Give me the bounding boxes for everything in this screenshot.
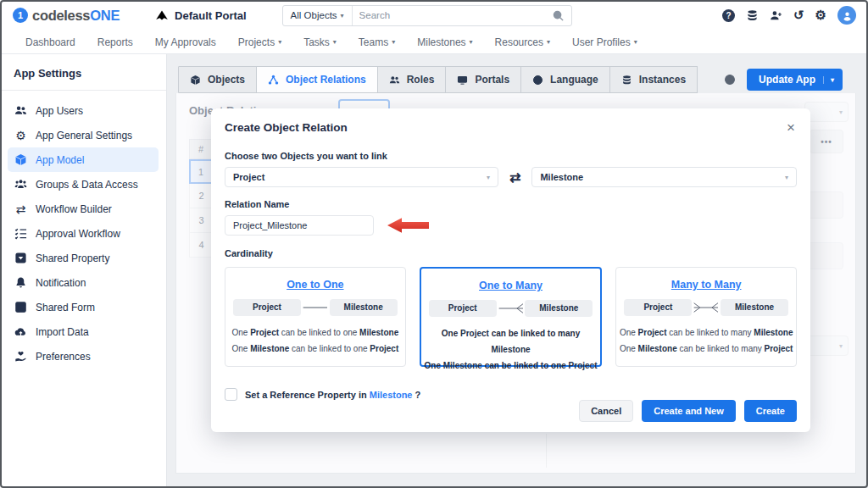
sidebar-item-import-data[interactable]: Import Data	[8, 319, 159, 344]
nav-item-milestones[interactable]: Milestones▾	[417, 36, 472, 48]
cardinality-card-one-to-many[interactable]: One to ManyProjectMilestoneOne Project c…	[420, 267, 603, 367]
chevron-down-icon: ▾	[392, 38, 395, 46]
object-pill: Project	[624, 299, 692, 316]
sidebar-item-label: Groups & Data Access	[36, 179, 138, 191]
tab-language[interactable]: Language	[520, 66, 610, 93]
chevron-down-icon: ▾	[634, 38, 637, 46]
create-and-new-button[interactable]: Create and New	[642, 400, 736, 422]
sidebar: App Settings App Users⚙App General Setti…	[0, 54, 167, 488]
sidebar-item-groups-data-access[interactable]: Groups & Data Access	[8, 172, 159, 197]
chevron-down-icon: ▾	[547, 38, 550, 46]
cardinality-label: Cardinality	[225, 248, 797, 258]
sidebar-item-shared-form[interactable]: Shared Form	[8, 295, 159, 319]
chevron-down-icon: ▾	[470, 38, 473, 46]
chevron-down-icon: ▾	[487, 174, 490, 181]
left-object-select[interactable]: Project▾	[225, 167, 498, 187]
gear-icon: ⚙	[14, 129, 27, 141]
modal-title: Create Object Relation	[225, 121, 348, 134]
nav-item-dashboard[interactable]: Dashboard	[25, 36, 75, 48]
info-icon[interactable]	[724, 74, 736, 86]
sidebar-item-label: Notification	[36, 277, 86, 289]
sidebar-item-shared-property[interactable]: Shared Property	[8, 246, 159, 270]
gear-icon[interactable]: ⚙	[815, 8, 826, 23]
reference-property-checkbox[interactable]	[225, 388, 237, 401]
sidebar-item-app-users[interactable]: App Users	[8, 98, 159, 123]
close-icon[interactable]: ×	[785, 120, 797, 135]
search-filter-dropdown[interactable]: All Objects▾	[283, 6, 352, 25]
update-app-button[interactable]: Update App▾	[747, 69, 843, 91]
history-icon[interactable]: ↺	[793, 8, 804, 23]
bell-icon	[14, 276, 27, 289]
brand-text: codelessONE	[32, 8, 120, 24]
sidebar-item-workflow-builder[interactable]: ⇄Workflow Builder	[8, 197, 159, 221]
tab-label: Instances	[639, 74, 686, 86]
help-icon[interactable]: ?	[722, 9, 735, 22]
tab-strip: ObjectsObject RelationsRolesPortalsLangu…	[167, 54, 868, 93]
cardinality-card-one-to-one[interactable]: One to OneProjectMilestoneOne Project ca…	[225, 267, 406, 367]
tab-instances[interactable]: Instances	[609, 66, 698, 93]
object-pill: Milestone	[525, 300, 593, 317]
swap-objects-icon[interactable]: ⇄	[509, 169, 520, 186]
tab-object-relations[interactable]: Object Relations	[256, 66, 378, 93]
nav-item-reports[interactable]: Reports	[97, 36, 133, 48]
tab-label: Language	[550, 74, 598, 86]
sidebar-item-label: App Users	[36, 105, 83, 117]
tab-roles[interactable]: Roles	[377, 66, 447, 93]
create-button[interactable]: Create	[744, 400, 797, 422]
nav-item-teams[interactable]: Teams▾	[359, 36, 395, 48]
tab-objects[interactable]: Objects	[178, 66, 257, 93]
sidebar-item-notification[interactable]: Notification	[8, 270, 159, 295]
cardinality-card-title[interactable]: One to One	[225, 279, 405, 291]
chevron-down-icon: ▾	[823, 76, 834, 84]
reference-object-link[interactable]: Milestone	[370, 390, 413, 400]
groups-icon	[14, 178, 27, 191]
person-add-icon[interactable]	[770, 9, 782, 22]
sidebar-item-app-model[interactable]: App Model	[8, 147, 159, 172]
search-input[interactable]	[353, 10, 552, 20]
cloud-icon	[14, 325, 27, 338]
sidebar-item-label: Shared Form	[36, 302, 95, 313]
sidebar-item-preferences[interactable]: Preferences	[8, 344, 159, 369]
nav-item-label: Dashboard	[25, 36, 75, 48]
person-icon	[842, 10, 853, 21]
sidebar-item-approval-workflow[interactable]: Approval Workflow	[8, 221, 159, 246]
database-icon[interactable]	[746, 9, 759, 22]
relation-connector-icon	[692, 301, 721, 314]
cube-icon	[14, 153, 27, 166]
search-icon	[552, 9, 565, 22]
relation-name-input[interactable]	[225, 215, 374, 236]
object-pill-row: ProjectMilestone	[429, 300, 593, 317]
checklist-icon	[14, 227, 27, 240]
sidebar-item-app-general-settings[interactable]: ⚙App General Settings	[8, 123, 159, 147]
nav-item-projects[interactable]: Projects▾	[238, 36, 281, 48]
object-pill: Project	[233, 299, 301, 316]
primary-nav: DashboardReportsMy ApprovalsProjects▾Tas…	[0, 30, 868, 54]
annotation-arrow	[387, 217, 429, 234]
nav-item-user-profiles[interactable]: User Profiles▾	[572, 36, 637, 48]
nav-item-resources[interactable]: Resources▾	[495, 36, 550, 48]
reference-property-label: Set a Reference Property in Milestone ?	[245, 390, 420, 400]
globe-icon	[532, 75, 543, 86]
brand-logo[interactable]: 1 codelessONE	[13, 8, 120, 24]
portal-switcher[interactable]: Default Portal	[155, 8, 247, 22]
nav-item-my-approvals[interactable]: My Approvals	[155, 36, 216, 48]
nav-item-tasks[interactable]: Tasks▾	[303, 36, 337, 48]
portal-name: Default Portal	[175, 9, 247, 22]
object-pill: Milestone	[330, 299, 398, 316]
object-pill: Project	[429, 300, 497, 317]
nav-item-label: My Approvals	[155, 36, 216, 48]
object-pill: Milestone	[721, 299, 788, 316]
users-icon	[14, 104, 27, 117]
cube-icon	[190, 75, 201, 86]
right-object-select[interactable]: Milestone▾	[531, 167, 797, 187]
cancel-button[interactable]: Cancel	[579, 400, 633, 422]
nav-item-label: Projects	[238, 36, 275, 48]
sidebar-item-label: Preferences	[36, 351, 91, 363]
cardinality-card-many-to-many[interactable]: Many to ManyProjectMilestoneOne Project …	[615, 267, 797, 367]
object-pill-row: ProjectMilestone	[624, 299, 788, 316]
user-avatar[interactable]	[837, 6, 856, 25]
cardinality-card-title[interactable]: Many to Many	[616, 279, 796, 291]
tab-portals[interactable]: Portals	[445, 66, 521, 93]
cardinality-card-title[interactable]: One to Many	[421, 280, 601, 291]
prefs-icon	[14, 350, 27, 363]
